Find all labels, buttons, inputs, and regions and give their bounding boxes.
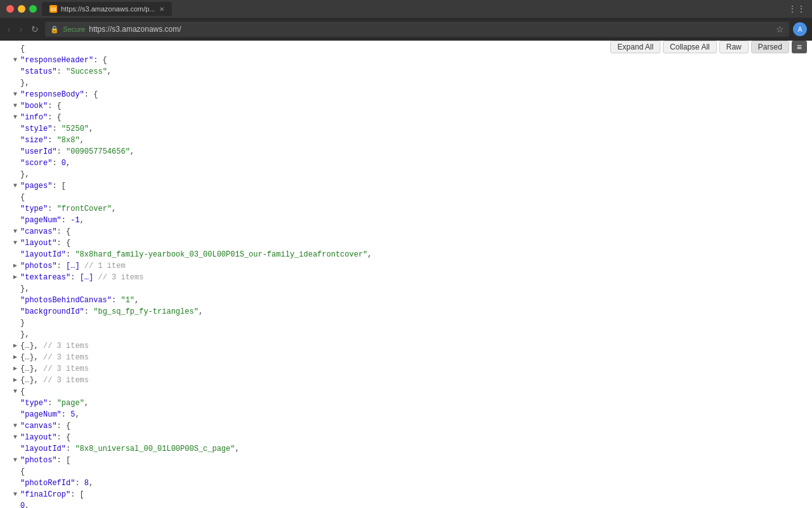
forward-button[interactable]: ›	[17, 23, 25, 36]
back-button[interactable]: ‹	[5, 23, 13, 36]
minimize-button[interactable]	[18, 5, 25, 13]
tab-favicon: S3	[49, 5, 57, 13]
url-actions: ☆	[776, 24, 784, 34]
addressbar: ‹ › ↻ 🔒 Secure https://s3.amazonaws.com/…	[0, 18, 812, 41]
titlebar: S3 https://s3.amazonaws.com/p... ✕ ⋮⋮	[0, 0, 812, 18]
account-icon[interactable]: A	[793, 22, 807, 36]
extensions-icon: ⋮⋮	[788, 4, 806, 14]
tab-close-button[interactable]: ✕	[159, 6, 164, 13]
browser-tab[interactable]: S3 https://s3.amazonaws.com/p... ✕	[42, 2, 172, 16]
url-bar[interactable]: 🔒 Secure https://s3.amazonaws.com/ ☆	[45, 22, 789, 37]
fullscreen-button[interactable]	[29, 5, 37, 13]
tab-title: https://s3.amazonaws.com/p...	[61, 5, 155, 13]
bookmark-icon[interactable]: ☆	[776, 24, 784, 34]
url-text: https://s3.amazonaws.com/	[89, 25, 181, 34]
close-button[interactable]	[6, 5, 14, 13]
secure-label: Secure	[63, 25, 85, 33]
tab-area: S3 https://s3.amazonaws.com/p... ✕	[42, 0, 172, 18]
traffic-lights	[6, 5, 37, 13]
lock-icon: 🔒	[50, 25, 59, 34]
reload-button[interactable]: ↻	[29, 23, 41, 36]
